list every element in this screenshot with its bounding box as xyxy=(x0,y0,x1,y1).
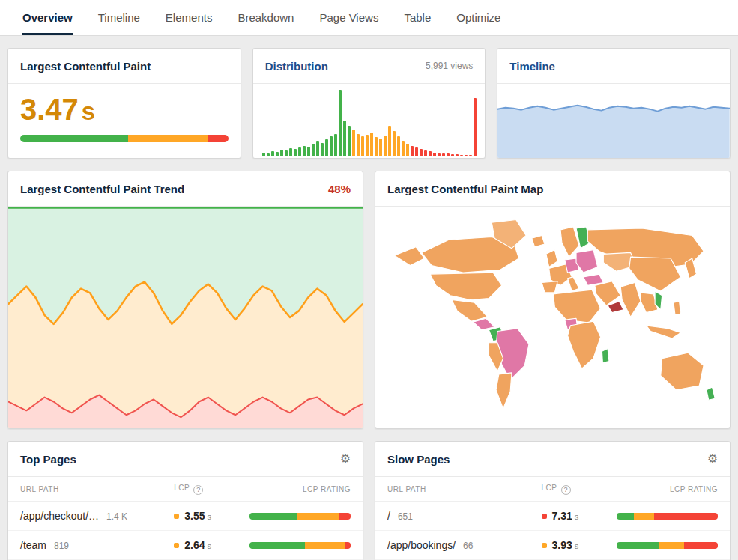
map-region-madagascar[interactable] xyxy=(602,348,609,362)
lcp-rating-dot xyxy=(174,514,179,519)
table-row[interactable]: /team819 2.64s xyxy=(8,530,363,559)
card-title: Largest Contentful Paint xyxy=(20,60,151,73)
lcp-unit: s xyxy=(575,512,579,521)
distribution-card: Distribution 5,991 views xyxy=(252,48,486,159)
table-row[interactable]: /app/bookings/66 3.93s xyxy=(375,530,730,559)
tab-table[interactable]: Table xyxy=(404,0,431,35)
page-view-count: 66 xyxy=(463,541,473,551)
lcp-value: 3.55 xyxy=(184,510,205,522)
tab-breakdown[interactable]: Breakdown xyxy=(238,0,294,35)
map-region-iceland[interactable] xyxy=(532,235,545,246)
map-region-uk[interactable] xyxy=(546,250,557,267)
lcp-trend-chart[interactable] xyxy=(8,207,363,428)
map-region-japan[interactable] xyxy=(685,258,696,279)
rating-good-segment xyxy=(20,135,128,142)
good-percent-badge: 48% xyxy=(328,183,351,195)
rating-ok-segment xyxy=(128,135,208,142)
rating-poor-segment xyxy=(339,513,351,520)
rating-ok-segment xyxy=(305,542,345,549)
tab-timeline[interactable]: Timeline xyxy=(98,0,140,35)
lcp-value: 3.47s xyxy=(8,84,241,130)
dashboard: Largest Contentful Paint 3.47s Distribut… xyxy=(0,36,738,560)
help-icon[interactable]: ? xyxy=(193,485,203,495)
card-title: Slow Pages xyxy=(387,453,450,466)
page-view-count: 651 xyxy=(398,511,413,522)
map-region-china[interactable] xyxy=(629,257,681,291)
top-pages-card: Top Pages ⚙ URL PATH LCP? LCP RATING /ap… xyxy=(7,441,363,560)
map-region-indonesia[interactable] xyxy=(647,326,681,338)
column-header-lcp: LCP? xyxy=(530,477,605,501)
page-path: /app/checkout/… xyxy=(20,510,99,522)
lcp-rating-bar xyxy=(617,542,718,549)
rating-ok-segment xyxy=(297,513,339,520)
rating-good-segment xyxy=(249,513,297,520)
rating-poor-segment xyxy=(345,542,351,549)
rating-poor-segment xyxy=(684,542,718,549)
slow-pages-table: URL PATH LCP? LCP RATING /651 7.31s xyxy=(375,477,730,560)
rating-ok-segment xyxy=(634,513,654,520)
page-path: / xyxy=(387,510,390,522)
lcp-unit: s xyxy=(575,541,579,550)
map-region-iberia[interactable] xyxy=(542,281,557,293)
timeline-card: Timeline xyxy=(497,48,731,159)
table-row[interactable]: /651 7.31s xyxy=(375,501,730,530)
tab-page-views[interactable]: Page Views xyxy=(319,0,378,35)
lcp-distribution-histogram[interactable] xyxy=(253,84,486,158)
column-header-lcp: LCP? xyxy=(162,477,238,501)
lcp-rating-dot xyxy=(174,543,179,548)
timeline-title-link[interactable]: Timeline xyxy=(509,60,555,73)
column-header-url-path: URL PATH xyxy=(375,477,530,501)
map-region-philippines[interactable] xyxy=(674,301,681,314)
column-header-url-path: URL PATH xyxy=(8,477,162,501)
page-view-count: 819 xyxy=(54,541,69,551)
column-header-lcp-rating: LCP RATING xyxy=(605,477,730,501)
lcp-number: 3.47 xyxy=(20,93,79,126)
lcp-rating-bar xyxy=(249,542,351,549)
distribution-title-link[interactable]: Distribution xyxy=(265,60,328,73)
rating-good-segment xyxy=(249,542,305,549)
map-region-india[interactable] xyxy=(620,283,641,317)
lcp-summary-card: Largest Contentful Paint 3.47s xyxy=(7,48,241,159)
lcp-rating-bar xyxy=(617,513,718,520)
tab-elements[interactable]: Elements xyxy=(166,0,213,35)
lcp-value: 3.93 xyxy=(552,539,572,551)
rating-ok-segment xyxy=(659,542,685,549)
map-region-australia[interactable] xyxy=(661,353,704,390)
lcp-map-card: Largest Contentful Paint Map xyxy=(375,171,731,429)
gear-icon[interactable]: ⚙ xyxy=(340,453,351,465)
top-pages-table: URL PATH LCP? LCP RATING /app/checkout/…… xyxy=(8,477,363,560)
page-view-count: 1.4 K xyxy=(106,511,127,522)
rating-good-segment xyxy=(617,542,659,549)
map-region-south-africa[interactable] xyxy=(568,321,601,368)
map-region-new-zealand[interactable] xyxy=(707,387,715,400)
tab-optimize[interactable]: Optimize xyxy=(456,0,500,35)
lcp-unit: s xyxy=(82,97,95,125)
help-icon[interactable]: ? xyxy=(561,485,571,495)
lcp-rating-dot xyxy=(542,514,547,519)
top-nav: Overview Timeline Elements Breakdown Pag… xyxy=(0,0,738,36)
world-map xyxy=(375,207,730,429)
views-timeline-chart[interactable] xyxy=(497,84,730,158)
map-region-north-africa[interactable] xyxy=(553,290,600,323)
page-path: /app/bookings/ xyxy=(387,539,456,551)
lcp-rating-bar xyxy=(20,135,229,142)
views-count: 5,991 views xyxy=(426,61,473,71)
table-row[interactable]: /app/checkout/…1.4 K 3.55s xyxy=(8,501,363,530)
rating-good-segment xyxy=(617,513,634,520)
slow-pages-card: Slow Pages ⚙ URL PATH LCP? LCP RATING /6… xyxy=(375,441,731,560)
lcp-rating-bar xyxy=(249,513,351,520)
lcp-value: 2.64 xyxy=(184,539,205,551)
map-region-usa[interactable] xyxy=(430,273,502,299)
card-title: Largest Contentful Paint Trend xyxy=(20,183,184,195)
map-region-argentina[interactable] xyxy=(496,373,512,409)
column-header-lcp-rating: LCP RATING xyxy=(238,477,363,501)
card-title: Top Pages xyxy=(20,453,76,466)
map-region-mexico[interactable] xyxy=(452,299,488,321)
lcp-unit: s xyxy=(208,512,212,521)
choropleth-map[interactable] xyxy=(384,211,721,426)
gear-icon[interactable]: ⚙ xyxy=(707,453,718,465)
map-region-eastern-europe[interactable] xyxy=(576,250,598,273)
map-region-alaska[interactable] xyxy=(394,247,424,266)
map-region-italy[interactable] xyxy=(568,277,579,291)
tab-overview[interactable]: Overview xyxy=(22,0,73,35)
